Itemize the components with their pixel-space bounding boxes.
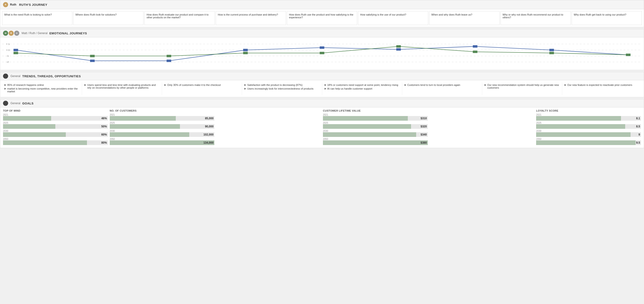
trend-item: ▶95% of research happens online — [4, 84, 80, 86]
goal-row: 20218.1 — [536, 114, 641, 121]
goal-row: 2030102,000 — [110, 130, 214, 137]
svg-rect-17 — [14, 52, 18, 54]
goal-value: 134,000 — [110, 141, 214, 144]
goal-year: 2025 — [323, 122, 428, 124]
goal-value: 80% — [3, 141, 108, 144]
goal-bar-container: 8.5 — [536, 124, 641, 129]
svg-rect-12 — [320, 46, 324, 49]
svg-rect-11 — [243, 49, 248, 51]
goal-block: NO. OF CUSTOMERS202185,000202590,0002030… — [110, 109, 214, 146]
goal-bar-container: $320 — [323, 124, 428, 129]
goal-value: 60% — [3, 133, 108, 136]
trend-text: Our new feature is expected to reactivat… — [567, 84, 632, 86]
goal-row: 203060% — [3, 130, 108, 137]
svg-rect-22 — [396, 45, 401, 48]
goal-bar-container: 80% — [3, 141, 108, 145]
goal-bar-container: 102,000 — [110, 132, 214, 137]
goal-year: 2025 — [110, 122, 214, 124]
trend-column: ▶Customers tend to turn to local provide… — [402, 82, 482, 95]
journey-cards: What is the need Ruth is looking to solv… — [0, 9, 644, 27]
journey-card: When and why does Ruth leave us? — [429, 11, 500, 25]
goal-block-title: NO. OF CUSTOMERS — [110, 109, 214, 112]
goal-bar-container: 134,000 — [110, 141, 214, 145]
journey-section: R Ruth RUTH'S JOURNEY What is the need R… — [0, 0, 644, 27]
trend-item: ▶Users increasingly look for interconnec… — [244, 87, 320, 90]
goals-avatar — [3, 101, 8, 106]
general-avatar: G — [14, 31, 19, 36]
goal-year: 2025 — [3, 122, 108, 124]
trend-bullet: ▶ — [4, 87, 6, 90]
goal-year: 2030 — [323, 130, 428, 132]
trend-column: ▶Our new feature is expected to reactiva… — [562, 82, 642, 95]
trend-text: Users spend less and less time with eval… — [87, 84, 160, 89]
journey-avatar-label: Ruth — [10, 3, 16, 6]
svg-rect-20 — [243, 52, 248, 54]
svg-rect-15 — [550, 49, 554, 51]
trend-item: ▶Our new feature is expected to reactiva… — [564, 84, 640, 86]
trends-persona: General — [10, 74, 20, 78]
svg-rect-14 — [473, 45, 478, 48]
goal-value: $310 — [323, 117, 428, 120]
trends-header: General TRENDS, THREADS, OPPORTUNITIES — [0, 72, 644, 80]
emotional-avatars: M R G — [3, 31, 20, 36]
ruth-avatar-2: R — [8, 31, 14, 36]
goal-row: 202590,000 — [110, 122, 214, 129]
trend-item: ▶Our new recommendation system should he… — [484, 84, 560, 89]
goals-persona: General — [10, 102, 20, 105]
goal-value: 102,000 — [110, 133, 214, 136]
goal-block-title: TOP OF MIND — [3, 109, 108, 112]
trend-column: ▶Only 30% of customers make it to the ch… — [162, 82, 242, 95]
svg-rect-24 — [550, 52, 554, 54]
journey-card: How satisfying is the use of our product… — [358, 11, 428, 25]
trend-column: ▶95% of research happens online▶market i… — [2, 82, 82, 95]
svg-text:-1: -1 — [6, 55, 9, 57]
goal-value: 50% — [3, 125, 108, 128]
svg-text:+1: +1 — [6, 43, 10, 45]
journey-card: Where does Ruth look for solutions? — [73, 11, 144, 25]
goal-block: LOYALTY SCORE20218.120258.52030920509.5 — [536, 109, 641, 146]
goal-year: 2025 — [536, 122, 641, 124]
journey-header: R Ruth RUTH'S JOURNEY — [0, 0, 644, 9]
trend-text: Only 30% of customers make it to the che… — [167, 84, 221, 86]
trend-item: ▶Satisfaction with the product is decrea… — [244, 84, 320, 86]
goal-row: 205080% — [3, 138, 108, 145]
trend-column: ▶Our new recommendation system should he… — [482, 82, 562, 95]
emotional-header: M R G Matt / Ruth / General EMOTIONAL JO… — [0, 29, 644, 37]
goals-title: GOALS — [22, 102, 34, 105]
goal-row: 202550% — [3, 122, 108, 129]
trend-item: ▶Customers tend to turn to local provide… — [404, 84, 480, 86]
goal-year: 2030 — [110, 130, 214, 132]
goal-bar-container: 50% — [3, 124, 108, 129]
trend-item: ▶Users spend less and less time with eva… — [84, 84, 160, 89]
svg-text:+0: +0 — [6, 49, 10, 51]
svg-rect-10 — [167, 60, 171, 62]
goal-row: 20309 — [536, 130, 641, 137]
goal-block-title: CUSTOMER LIFETIME VALUE — [323, 109, 428, 112]
trend-bullet: ▶ — [324, 84, 326, 86]
trend-text: Users increasingly look for interconnect… — [247, 87, 314, 90]
goal-year: 2021 — [3, 114, 108, 116]
trend-bullet: ▶ — [244, 84, 246, 86]
goal-bar-container: 9.5 — [536, 141, 641, 145]
goal-year: 2030 — [536, 130, 641, 132]
trend-item: ▶market is becoming more competitive, ne… — [4, 87, 80, 93]
journey-card: How is the current process of purchase a… — [216, 11, 286, 25]
trend-text: 95% of research happens online — [7, 84, 44, 86]
trends-title: TRENDS, THREADS, OPPORTUNITIES — [22, 74, 81, 78]
goal-year: 2021 — [110, 114, 214, 116]
goal-row: 202146% — [3, 114, 108, 121]
goal-year: 2050 — [323, 138, 428, 141]
trend-text: Satisfaction with the product is decreas… — [247, 84, 302, 86]
goal-year: 2050 — [3, 138, 108, 141]
goal-value: $340 — [323, 133, 428, 136]
svg-rect-25 — [626, 54, 630, 56]
trend-bullet: ▶ — [404, 84, 406, 86]
goal-year: 2021 — [323, 114, 428, 116]
journey-card: How does Ruth use the product and how sa… — [287, 11, 357, 25]
trend-bullet: ▶ — [164, 84, 166, 86]
ruth-avatar: R — [3, 2, 8, 7]
trend-column: ▶Users spend less and less time with eva… — [82, 82, 162, 95]
goal-value: 8.5 — [536, 125, 641, 128]
trends-avatar — [3, 74, 8, 79]
goal-row: 2025$320 — [323, 122, 428, 129]
